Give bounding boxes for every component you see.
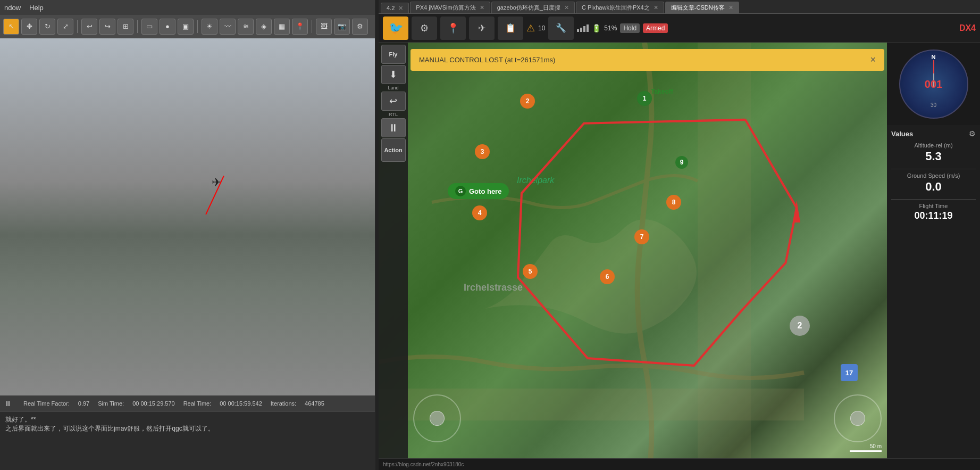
battery-group: 🔋 51% xyxy=(592,24,617,32)
rtf-value: 0.97 xyxy=(78,400,89,407)
toolbar-circle[interactable]: ● xyxy=(160,19,175,35)
toolbar-move[interactable]: ✥ xyxy=(21,19,37,35)
bar2 xyxy=(580,28,582,32)
tab-pixhawk[interactable]: C Pixhawk原生固件PX4之 ✕ xyxy=(576,2,664,13)
waypoint-1[interactable]: 1 xyxy=(637,91,652,106)
toolbar-lock[interactable]: ▦ xyxy=(274,19,290,35)
qgc-checklist-button[interactable]: 📋 xyxy=(498,17,523,40)
sep3 xyxy=(197,20,198,33)
toolbar-box[interactable]: ▣ xyxy=(178,19,194,35)
toolbar-settings2[interactable]: ⚙ xyxy=(352,19,368,35)
waypoint-9-current[interactable]: 9 xyxy=(675,156,688,169)
land-icon-btn[interactable]: ⬇ xyxy=(381,65,406,84)
qgc-fly-button[interactable]: 🐦 xyxy=(383,17,408,40)
tab-42[interactable]: 4.2 ✕ xyxy=(381,3,409,13)
flighttime-row: Flight Time 00:11:19 xyxy=(891,203,976,221)
divider-1 xyxy=(891,169,976,169)
waypoint-7[interactable]: 7 xyxy=(634,229,649,244)
menu-help[interactable]: Help xyxy=(29,4,44,12)
qgc-toolbar: 🐦 ⚙ 📍 ✈ 📋 ⚠ 10 🔧 � xyxy=(379,14,980,43)
toolbar-undo[interactable]: ↩ xyxy=(81,19,97,35)
realtime-value: 00 00:15:59.542 xyxy=(220,400,262,407)
divider-2 xyxy=(891,199,976,200)
waypoint-17-badge[interactable]: 17 xyxy=(841,364,858,381)
toolbar-select[interactable]: ↖ xyxy=(3,19,19,35)
toolbar-camera[interactable]: 📷 xyxy=(334,19,350,35)
right-info-panel: N 001 30 Values ⚙ Altitude-rel (m) 5.3 G… xyxy=(887,43,980,458)
toolbar-scale[interactable]: ⤢ xyxy=(57,19,73,35)
waypoint-2[interactable]: 2 xyxy=(520,94,535,109)
sim-panel: ndow Help ↖ ✥ ↻ ⤢ ↩ ↪ ⊞ ▭ ● ▣ ☀ 〰 ≋ ◈ ▦ … xyxy=(0,0,375,470)
values-gear-icon[interactable]: ⚙ xyxy=(969,129,976,138)
tab-close-2[interactable]: ✕ xyxy=(564,4,569,11)
toolbar-wind[interactable]: 〰 xyxy=(220,19,236,35)
menu-window[interactable]: ndow xyxy=(4,4,21,12)
toolbar-sun[interactable]: ☀ xyxy=(202,19,217,35)
qgc-panel: 4.2 ✕ PX4 jMAVSim仿算方法 ✕ gazebo仿环仿真_日度搜 ✕… xyxy=(379,0,980,470)
text-line2: 之后界面就出来了，可以说这个界面比jmav舒服，然后打开qgc就可以了。 xyxy=(5,424,370,433)
bar1 xyxy=(577,29,579,32)
qgc-waypoint-button[interactable]: 📍 xyxy=(440,17,466,40)
menu-bar: ndow Help xyxy=(0,0,375,15)
warning-group: ⚠ 10 xyxy=(526,22,545,34)
toolbar-redo[interactable]: ↪ xyxy=(99,19,115,35)
bar4 xyxy=(587,24,589,32)
warning-icon[interactable]: ⚠ xyxy=(526,22,535,34)
iterations-value: 464785 xyxy=(305,400,324,407)
tab-csdn[interactable]: 编辑文章-CSDN传客 ✕ xyxy=(665,2,739,13)
qgc-wrench-icon: 🔧 xyxy=(556,23,566,33)
compass-heading: 001 xyxy=(925,78,942,90)
sim-view: ✈ xyxy=(0,38,375,395)
qgc-status-bar: https://blog.csdn.net/2nhx903180c xyxy=(379,458,980,470)
rtl-icon-btn[interactable]: ↩ xyxy=(381,92,406,111)
tab-gazebo[interactable]: gazebo仿环仿真_日度搜 ✕ xyxy=(491,2,575,13)
tab-close-4[interactable]: ✕ xyxy=(728,4,733,11)
qgc-settings-button[interactable]: ⚙ xyxy=(412,17,437,40)
action-button[interactable]: Action xyxy=(381,138,406,162)
values-panel: Values ⚙ Altitude-rel (m) 5.3 Ground Spe… xyxy=(887,125,980,458)
tab-close-1[interactable]: ✕ xyxy=(480,4,484,11)
toolbar-photo[interactable]: 🖼 xyxy=(316,19,332,35)
qgc-send-button[interactable]: ✈ xyxy=(469,17,495,40)
groundspeed-value: 0.0 xyxy=(891,180,976,194)
pause-control-btn[interactable]: ⏸ xyxy=(381,118,406,137)
waypoint-6[interactable]: 6 xyxy=(600,269,615,284)
waypoint-3[interactable]: 3 xyxy=(475,144,490,159)
qgc-send-icon: ✈ xyxy=(478,22,486,34)
fly-button[interactable]: Fly xyxy=(381,45,406,64)
qgc-wrench-button[interactable]: 🔧 xyxy=(548,17,574,40)
bar3 xyxy=(583,26,585,32)
qgc-logo-icon: 🐦 xyxy=(389,21,403,35)
flighttime-label: Flight Time xyxy=(891,203,976,209)
waypoint-5[interactable]: 5 xyxy=(523,264,538,279)
sep4 xyxy=(312,20,312,33)
waypoint-4[interactable]: 4 xyxy=(472,205,487,220)
alert-message: MANUAL CONTROL LOST (at t=261571ms) xyxy=(419,56,555,64)
rtl-label: RTL xyxy=(381,112,406,117)
altitude-value: 5.3 xyxy=(891,150,976,163)
values-header: Values ⚙ xyxy=(891,129,976,138)
groundspeed-row: Ground Speed (m/s) 0.0 xyxy=(891,172,976,194)
joystick-left[interactable] xyxy=(413,394,461,442)
tab-close-3[interactable]: ✕ xyxy=(654,4,658,11)
toolbar-rotate[interactable]: ↻ xyxy=(39,19,55,35)
joystick-right-thumb xyxy=(850,411,865,426)
alert-close-button[interactable]: × xyxy=(870,54,876,65)
tab-close-0[interactable]: ✕ xyxy=(398,5,403,11)
waypoint-8[interactable]: 8 xyxy=(666,195,681,210)
joystick-right[interactable] xyxy=(834,394,882,442)
toolbar-rect[interactable]: ▭ xyxy=(141,19,157,35)
goto-button[interactable]: G Goto here xyxy=(448,183,509,199)
status-url: https://blog.csdn.net/2nhx903180c xyxy=(383,461,464,467)
toolbar-view[interactable]: ⊞ xyxy=(118,19,133,35)
values-title: Values xyxy=(891,130,913,138)
toolbar-texture[interactable]: ≋ xyxy=(238,19,254,35)
toolbar-opacity[interactable]: ◈ xyxy=(256,19,272,35)
pause-icon[interactable]: ⏸ xyxy=(4,399,12,408)
simtime-value: 00 00:15:29.570 xyxy=(132,400,175,407)
tab-px4jmavsim[interactable]: PX4 jMAVSim仿算方法 ✕ xyxy=(410,2,490,13)
browser-tabs: 4.2 ✕ PX4 jMAVSim仿算方法 ✕ gazebo仿环仿真_日度搜 ✕… xyxy=(379,0,980,14)
toolbar: ↖ ✥ ↻ ⤢ ↩ ↪ ⊞ ▭ ● ▣ ☀ 〰 ≋ ◈ ▦ 📍 🖼 📷 ⚙ xyxy=(0,15,375,38)
toolbar-pin[interactable]: 📍 xyxy=(292,19,308,35)
qgc-waypoint-icon: 📍 xyxy=(447,22,459,34)
